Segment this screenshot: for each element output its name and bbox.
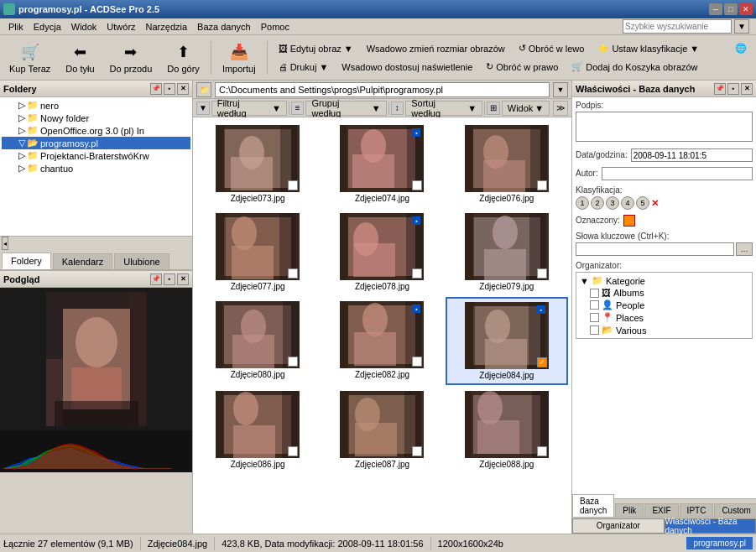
preview-close-btn[interactable]: ✕: [177, 273, 189, 285]
close-button[interactable]: ✕: [739, 3, 753, 15]
folders-float-btn[interactable]: ▪: [164, 83, 175, 95]
oznaczony-checkbox[interactable]: [623, 215, 635, 227]
autor-input[interactable]: [602, 167, 753, 180]
toolbar-wsadowo-naswietlenie[interactable]: Wsadowo dostosuj naświetlenie: [336, 59, 478, 76]
rating-4[interactable]: 4: [621, 196, 634, 210]
toolbar-obroc-lewo[interactable]: ↺ Obróć w lewo: [513, 40, 591, 57]
search-input[interactable]: [623, 19, 732, 34]
filter-more[interactable]: ≫: [553, 101, 568, 116]
toolbar-globe[interactable]: 🌐: [729, 40, 753, 57]
cat-people[interactable]: 👤 People: [578, 299, 750, 311]
toolbar-dodaj-koszyk[interactable]: 🛒 Dodaj do Koszyka obrazów: [566, 59, 703, 76]
cat-places[interactable]: 📍 Places: [578, 311, 750, 324]
minimize-button[interactable]: ─: [709, 3, 722, 15]
thumbnail-cell-9[interactable]: Zdjęcie086.jpg: [196, 387, 319, 473]
thumbnail-cell-4[interactable]: ▪Zdjęcie078.jpg: [321, 209, 443, 295]
menu-widok[interactable]: Widok: [66, 20, 102, 34]
thumb-checkbox-0[interactable]: [288, 180, 298, 190]
thumb-checkbox-4[interactable]: [412, 268, 422, 279]
path-dropdown-btn[interactable]: ▼: [553, 82, 568, 97]
bottom-wlasciwosci-btn[interactable]: Właściwości - Baza danych: [665, 518, 757, 534]
tab-kalendarz[interactable]: Kalendarz: [53, 253, 113, 269]
toolbar-kup-teraz[interactable]: 🛒 Kup Teraz: [3, 39, 56, 77]
cat-albums[interactable]: 🖼 Albums: [578, 287, 750, 299]
tab-foldery[interactable]: Foldery: [2, 253, 51, 269]
thumbnail-cell-7[interactable]: ▪Zdjęcie082.jpg: [321, 297, 443, 385]
thumb-checkbox-6[interactable]: [288, 357, 298, 367]
path-input[interactable]: [215, 82, 550, 97]
toolbar-do-przodu[interactable]: ➡ Do przodu: [104, 39, 159, 77]
filter-widok[interactable]: Widok ▼: [502, 101, 550, 116]
filter-filtruj[interactable]: Filtruj według ▼: [211, 101, 287, 116]
people-checkbox[interactable]: [590, 300, 599, 310]
menu-utworz[interactable]: Utwórz: [102, 20, 140, 34]
menu-plik[interactable]: Plik: [3, 20, 29, 34]
thumbnail-cell-0[interactable]: Zdjęcie073.jpg: [196, 121, 319, 207]
rating-2[interactable]: 2: [591, 196, 604, 210]
toolbar-do-gory[interactable]: ⬆ Do góry: [161, 39, 206, 77]
tab-exif[interactable]: EXIF: [644, 503, 678, 517]
preview-float-btn[interactable]: ▪: [164, 273, 175, 285]
db-float-btn[interactable]: ▪: [727, 83, 739, 95]
thumb-checkbox-9[interactable]: [288, 446, 298, 456]
menu-baza-danych[interactable]: Baza danych: [192, 20, 256, 34]
bottom-organizator-btn[interactable]: Organizator: [572, 518, 665, 534]
thumb-checkbox-7[interactable]: [412, 357, 422, 367]
db-close-btn[interactable]: ✕: [741, 83, 753, 95]
thumbnail-cell-10[interactable]: Zdjęcie087.jpg: [321, 387, 443, 473]
toolbar-obroc-prawo[interactable]: ↻ Obróć w prawo: [480, 59, 564, 76]
rating-clear[interactable]: ✕: [651, 198, 659, 209]
thumb-checkbox-1[interactable]: [412, 180, 422, 190]
tree-item-openoffice[interactable]: ▷ 📁 OpenOffice.org 3.0 (pl) In: [2, 124, 190, 137]
cat-various[interactable]: 📂 Various: [578, 324, 750, 336]
toolbar-do-tylu[interactable]: ⬅ Do tyłu: [60, 39, 100, 77]
folders-pin-btn[interactable]: 📌: [150, 83, 162, 95]
thumbnail-cell-5[interactable]: Zdjęcie079.jpg: [446, 209, 568, 295]
tree-item-projektanci[interactable]: ▷ 📁 Projektanci-BraterstwóKrw: [2, 149, 190, 162]
thumb-checkbox-8[interactable]: ✓: [537, 357, 547, 367]
tree-item-programosy[interactable]: ▽ 📂 programosy.pl: [2, 137, 190, 149]
thumbnail-cell-8[interactable]: ▪✓Zdjęcie084.jpg: [446, 297, 568, 385]
tab-plik[interactable]: Plik: [615, 503, 644, 517]
thumbnail-cell-6[interactable]: Zdjęcie080.jpg: [196, 297, 319, 385]
rating-3[interactable]: 3: [606, 196, 619, 210]
thumb-checkbox-11[interactable]: [537, 446, 547, 456]
toolbar-klasyfikacje[interactable]: ⭐ Ustaw klasyfikacje ▼: [592, 40, 705, 57]
tab-baza-danych[interactable]: Baza danych: [572, 494, 614, 517]
keywords-btn[interactable]: …: [736, 242, 753, 256]
filter-sortuj[interactable]: Sortuj według ▼: [405, 101, 482, 116]
tab-iptc[interactable]: IPTC: [680, 503, 714, 517]
rating-1[interactable]: 1: [576, 196, 589, 210]
thumbnail-cell-1[interactable]: ▪Zdjęcie074.jpg: [321, 121, 443, 207]
thumb-checkbox-10[interactable]: [412, 446, 422, 456]
filter-grupuj[interactable]: Grupuj według ▼: [305, 101, 386, 116]
menu-edycja[interactable]: Edycja: [29, 20, 66, 34]
various-checkbox[interactable]: [590, 325, 599, 335]
toolbar-wsadowo-rozmiar[interactable]: Wsadowo zmień rozmiar obrazów: [361, 40, 511, 57]
albums-checkbox[interactable]: [590, 289, 599, 298]
preview-pin-btn[interactable]: 📌: [150, 273, 162, 285]
rating-5[interactable]: 5: [636, 196, 649, 210]
scroll-left-btn[interactable]: ◂: [2, 237, 8, 250]
toolbar-importuj[interactable]: 📥 Importuj: [216, 39, 262, 77]
menu-pomoc[interactable]: Pomoc: [256, 20, 295, 34]
podpis-input[interactable]: [576, 112, 753, 142]
places-checkbox[interactable]: [590, 313, 599, 322]
folders-close-btn[interactable]: ✕: [177, 83, 189, 95]
thumb-checkbox-5[interactable]: [537, 268, 547, 279]
toolbar-edytuj[interactable]: 🖼 Edytuj obraz ▼: [273, 40, 359, 57]
tree-item-chantuo[interactable]: ▷ 📁 chantuo: [2, 162, 190, 174]
thumbnail-cell-2[interactable]: Zdjęcie076.jpg: [446, 121, 568, 207]
menu-narzedzia[interactable]: Narzędzia: [141, 20, 193, 34]
maximize-button[interactable]: □: [724, 3, 738, 15]
thumb-checkbox-3[interactable]: [288, 268, 298, 279]
search-dropdown-btn[interactable]: ▼: [734, 19, 749, 34]
db-pin-btn[interactable]: 📌: [714, 83, 726, 95]
thumb-checkbox-2[interactable]: [537, 180, 547, 190]
tree-item-nero[interactable]: ▷ 📁 nero: [2, 99, 190, 112]
keywords-input[interactable]: [576, 242, 734, 256]
tab-custom[interactable]: Custom: [714, 503, 756, 517]
toolbar-drukuj[interactable]: 🖨 Drukuj ▼: [273, 59, 335, 76]
tab-ulubione[interactable]: Ulubione: [114, 253, 169, 269]
thumbnail-cell-3[interactable]: Zdjęcie077.jpg: [196, 209, 319, 295]
